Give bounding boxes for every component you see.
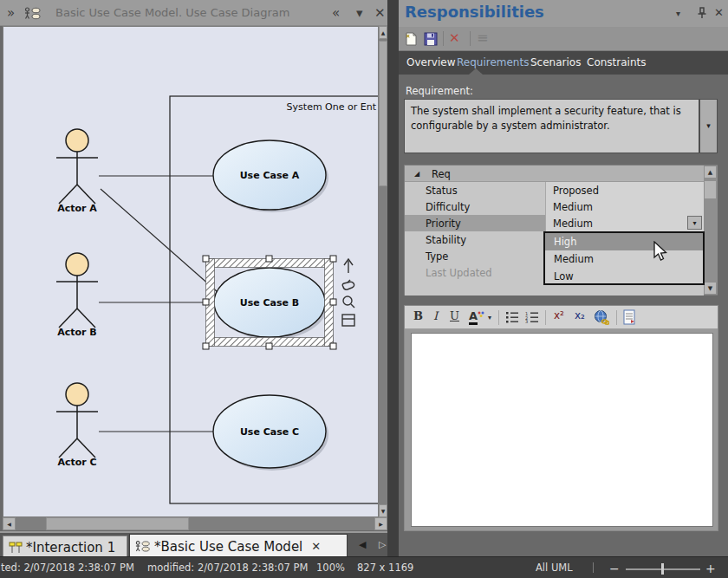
collapse-sidebar-icon[interactable]: »	[7, 0, 15, 26]
priority-dropdown-button[interactable]: ▾	[687, 216, 702, 230]
grid-scroll-thumb[interactable]	[704, 180, 717, 199]
actor-a[interactable]: Actor A	[56, 129, 98, 214]
notes-editor: B I U A ▾ 123 x² x₂	[404, 305, 718, 531]
property-label: Status	[405, 182, 545, 198]
canvas-horizontal-scrollbar[interactable]: ◀ ▶	[3, 517, 387, 530]
zoom-slider-handle[interactable]	[661, 563, 664, 575]
scroll-up-icon[interactable]: ▲	[704, 166, 717, 179]
tab-interaction-1[interactable]: *Interaction 1	[3, 536, 127, 558]
actor-a-label: Actor A	[57, 203, 97, 214]
priority-dropdown-list: High Medium Low	[543, 231, 705, 285]
close-diagram-icon[interactable]: ✕	[374, 0, 386, 26]
bold-button[interactable]: B	[413, 309, 423, 322]
panel-toolbar: ✕ ≡	[399, 27, 728, 51]
property-label: Priority	[405, 215, 545, 231]
scroll-left-icon[interactable]: ◀	[3, 517, 16, 530]
tab-constraints[interactable]: Constraints	[587, 56, 646, 68]
numbered-list-icon[interactable]: 123	[525, 311, 539, 323]
tab-basic-use-case-model[interactable]: *Basic Use Case Model ✕	[129, 534, 348, 558]
scroll-up-icon[interactable]: ▲	[379, 26, 387, 39]
close-tab-icon[interactable]: ✕	[311, 540, 321, 553]
vertical-scroll-thumb[interactable]	[379, 41, 387, 186]
use-case-diagram-icon	[24, 7, 42, 20]
new-item-icon[interactable]	[403, 31, 418, 47]
property-value[interactable]: Proposed	[545, 182, 704, 198]
use-case-b-label: Use Case B	[240, 297, 300, 308]
requirement-dropdown-button[interactable]: ▾	[699, 99, 718, 153]
italic-button[interactable]: I	[433, 309, 438, 322]
diagram-pane: » Basic Use Case Model. Use Case Diagram…	[0, 0, 387, 556]
scroll-down-icon[interactable]: ▼	[704, 282, 717, 295]
dropdown-option-low[interactable]: Low	[545, 268, 703, 285]
row-priority[interactable]: Priority Medium ▾	[405, 215, 704, 231]
interaction-diagram-icon	[9, 542, 23, 554]
grid-scrollbar[interactable]: ▲ ▼	[704, 166, 718, 295]
move-hand-icon[interactable]	[342, 280, 354, 289]
horizontal-scroll-thumb[interactable]	[46, 517, 189, 530]
document-properties-icon[interactable]	[623, 309, 636, 325]
pin-icon[interactable]	[697, 7, 707, 19]
use-case-diagram-icon	[135, 540, 151, 553]
menu-hamburger-icon[interactable]: ≡	[477, 29, 488, 46]
save-icon[interactable]	[424, 32, 438, 46]
group-label: Req	[432, 168, 451, 180]
group-row-req[interactable]: ◢ Req	[405, 166, 704, 182]
use-case-b[interactable]: Use Case B	[214, 268, 328, 340]
tab-requirements[interactable]: Requirements	[457, 56, 529, 68]
notes-text-area[interactable]	[411, 333, 713, 527]
row-status[interactable]: Status Proposed	[405, 182, 704, 198]
row-difficulty[interactable]: Difficulty Medium	[405, 198, 704, 215]
collapse-group-icon[interactable]: ◢	[414, 170, 419, 178]
actor-b[interactable]: Actor B	[56, 253, 98, 338]
close-panel-icon[interactable]: ✕	[714, 6, 724, 19]
perspective-selector[interactable]: All UML	[536, 562, 573, 574]
zoom-out-button[interactable]: −	[609, 562, 620, 575]
tab-scenarios[interactable]: Scenarios	[530, 56, 581, 68]
document-tab-bar: *Interaction 1 *Basic Use Case Model ✕ ◀…	[0, 531, 387, 556]
diagram-canvas[interactable]: System One or Ent Actor A	[3, 26, 379, 517]
diagram-titlebar: » Basic Use Case Model. Use Case Diagram…	[0, 0, 387, 26]
property-value[interactable]: Medium	[545, 198, 704, 215]
dropdown-option-high[interactable]: High	[545, 233, 703, 250]
zoom-in-button[interactable]: +	[705, 562, 716, 575]
responsibilities-panel: Responsibilities ▾ ✕ ✕ ≡ Overview Requir…	[399, 0, 728, 556]
bullet-list-icon[interactable]	[505, 311, 519, 323]
property-label: Type	[405, 248, 545, 264]
features-dialog-icon[interactable]	[342, 315, 354, 326]
navigate-back-icon[interactable]: «	[332, 0, 340, 26]
scroll-down-icon[interactable]: ▼	[379, 504, 387, 517]
actor-c[interactable]: Actor C	[56, 383, 98, 468]
svg-text:3: 3	[525, 319, 528, 323]
font-color-caret-icon[interactable]: ▾	[488, 314, 491, 321]
tab-overview[interactable]: Overview	[406, 56, 456, 68]
tab-label: *Interaction 1	[26, 540, 115, 555]
editor-toolbar: B I U A ▾ 123 x² x₂	[405, 306, 718, 329]
use-case-c[interactable]: Use Case C	[213, 395, 328, 471]
status-bar: ted: 2/07/2018 2:38:07 PM modified: 2/07…	[0, 556, 728, 578]
zoom-level: 100%	[316, 562, 345, 574]
scroll-right-icon[interactable]: ▶	[374, 517, 387, 530]
tab-scroll-next-icon[interactable]: ▷	[379, 539, 386, 550]
association-actorA-usecaseB[interactable]	[101, 189, 218, 292]
hyperlink-globe-icon[interactable]	[594, 309, 609, 325]
font-color-palette-icon	[478, 311, 484, 318]
dropdown-option-medium[interactable]: Medium	[545, 250, 703, 268]
tab-scroll-prev-icon[interactable]: ◀	[359, 539, 366, 550]
mouse-cursor	[653, 241, 667, 262]
canvas-vertical-scrollbar[interactable]: ▲ ▼	[379, 26, 387, 517]
active-tab-notch	[469, 68, 483, 75]
panel-menu-icon[interactable]: ▾	[676, 9, 680, 18]
superscript-button[interactable]: x²	[554, 309, 564, 321]
font-color-button[interactable]: A	[469, 309, 478, 325]
titlebar-menu-icon[interactable]: ▾	[356, 0, 363, 26]
quicklink-arrow-icon[interactable]	[344, 259, 353, 273]
requirement-textbox[interactable]: The system shall implement a security fe…	[404, 99, 699, 153]
zoom-element-icon[interactable]	[343, 296, 354, 308]
subscript-button[interactable]: x₂	[575, 309, 585, 321]
property-value[interactable]: Medium ▾	[545, 215, 704, 231]
underline-button[interactable]: U	[450, 309, 459, 322]
use-case-a[interactable]: Use Case A	[213, 140, 328, 212]
use-case-c-label: Use Case C	[240, 426, 299, 438]
delete-icon[interactable]: ✕	[449, 30, 460, 46]
panel-tab-strip: Overview Requirements Scenarios Constrai…	[399, 51, 728, 75]
